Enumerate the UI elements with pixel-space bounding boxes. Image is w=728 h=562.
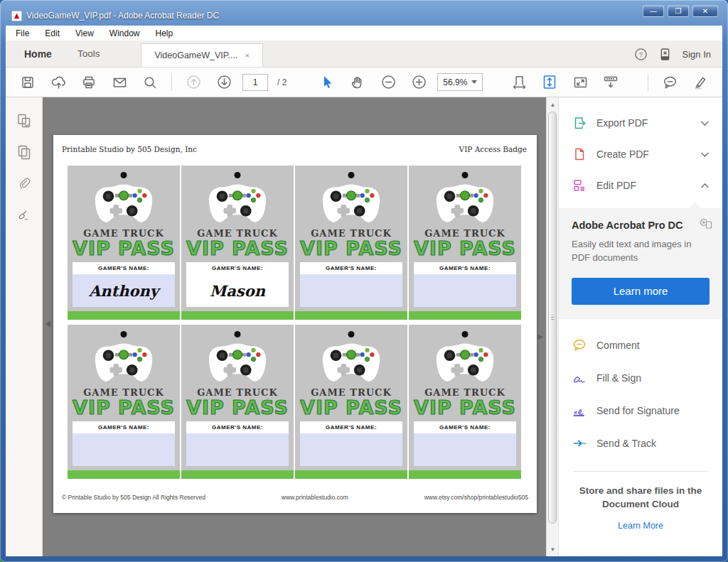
comment-icon (572, 337, 587, 353)
page-number-input[interactable]: 1 (242, 74, 268, 91)
next-page-arrow[interactable]: ▶ (537, 332, 543, 341)
game-controller-icon (320, 340, 382, 384)
pdf-footer-copyright: © Printable Studio by 505 Design All Rig… (62, 494, 205, 501)
sign-in-button[interactable]: Sign In (682, 49, 711, 60)
comment-tool-button[interactable] (658, 72, 682, 93)
attachments-paperclip-icon[interactable] (15, 174, 33, 193)
gamer-name-field[interactable] (300, 433, 402, 466)
tool-label: Fill & Sign (596, 372, 710, 384)
next-page-button[interactable] (212, 72, 236, 93)
scroll-down-arrow[interactable]: ▼ (547, 544, 558, 555)
create-pdf-icon (572, 146, 587, 162)
left-panel-rail (6, 97, 43, 556)
highlighter-tool-button[interactable] (688, 72, 712, 93)
save-button[interactable] (16, 72, 40, 93)
badge-name-label: GAMER'S NAME: (186, 262, 289, 274)
tab-tools[interactable]: Tools (65, 40, 113, 67)
help-icon[interactable]: ? (634, 48, 648, 61)
gamer-name-field[interactable] (300, 274, 402, 307)
fill-sign-icon (572, 370, 587, 386)
title-bar: VideoGameW_VIP.pdf - Adobe Acrobat Reade… (0, 0, 728, 26)
game-controller-icon (434, 181, 496, 225)
badge-subtitle: VIP PASS (409, 396, 521, 418)
tool-create-pdf[interactable]: Create PDF (559, 139, 722, 170)
pdf-footer-etsy: www.etsy.com/shop/printablestudio505 (424, 494, 528, 501)
tool-comment[interactable]: Comment (559, 329, 722, 362)
vip-badge: GAME TRUCK VIP PASS GAMER'S NAME: Anthon… (68, 166, 180, 320)
badge-hole-dot (348, 172, 355, 178)
menu-window[interactable]: Window (109, 28, 140, 38)
menu-view[interactable]: View (75, 28, 94, 38)
tab-close-icon[interactable]: × (245, 51, 249, 60)
minimize-button[interactable]: — (643, 5, 664, 17)
zoom-in-button[interactable] (407, 72, 431, 93)
zoom-out-button[interactable] (376, 72, 400, 93)
tool-send-for-signature[interactable]: Send for Signature (559, 394, 722, 427)
game-controller-icon (434, 340, 496, 384)
gamer-name-field[interactable] (186, 433, 289, 466)
close-button[interactable]: ✕ (692, 5, 718, 17)
gamer-name-field[interactable] (73, 433, 175, 466)
signatures-pen-icon[interactable] (15, 205, 33, 224)
search-icon[interactable] (138, 72, 162, 93)
learn-more-button[interactable]: Learn more (572, 278, 710, 305)
gamer-name-field[interactable]: Anthony (73, 274, 175, 307)
email-button[interactable] (107, 72, 132, 93)
menu-edit[interactable]: Edit (45, 28, 60, 38)
share-upload-button[interactable] (46, 72, 70, 93)
page-thumbnails-icon[interactable] (15, 112, 33, 130)
window-title: VideoGameW_VIP.pdf - Adobe Acrobat Reade… (26, 11, 219, 21)
vip-badge: GAME TRUCK VIP PASS GAMER'S NAME: Mason (181, 166, 294, 320)
badge-name-box: GAMER'S NAME: (300, 421, 402, 466)
menu-help[interactable]: Help (156, 28, 173, 38)
tool-label: Comment (596, 340, 710, 351)
full-screen-button[interactable] (568, 72, 592, 93)
export-pdf-icon (572, 115, 587, 131)
game-controller-icon (92, 340, 155, 384)
badge-hole-dot (235, 331, 241, 337)
tab-document[interactable]: VideoGameW_VIP.... × (141, 43, 262, 67)
send-track-icon (572, 436, 587, 451)
tab-bar: Home Tools VideoGameW_VIP.... × ? Sign I… (6, 41, 722, 67)
pdf-footer-website: www.printablestudio.com (282, 494, 348, 501)
badge-name-box: GAMER'S NAME: (414, 421, 516, 466)
badge-name-label: GAMER'S NAME: (414, 421, 516, 433)
gamer-name-field[interactable] (414, 433, 516, 466)
pdf-header-right: VIP Access Badge (459, 145, 527, 153)
dock-toolbar-button[interactable] (599, 72, 623, 93)
badge-name-label: GAMER'S NAME: (73, 421, 175, 433)
badge-green-bar (181, 470, 294, 479)
tool-fill-sign[interactable]: Fill & Sign (559, 362, 722, 394)
hand-tool-button[interactable] (346, 72, 370, 93)
document-cloud-learn-more-link[interactable]: Learn More (618, 521, 663, 531)
vertical-scrollbar[interactable]: ▲ ▼ (546, 97, 558, 556)
scroll-up-arrow[interactable]: ▲ (547, 99, 558, 110)
badge-name-label: GAMER'S NAME: (73, 262, 175, 274)
badge-green-bar (181, 311, 294, 320)
tab-home[interactable]: Home (6, 40, 65, 67)
tool-send-track[interactable]: Send & Track (559, 427, 722, 460)
badge-hole-dot (462, 172, 469, 178)
menu-file[interactable]: File (16, 28, 29, 38)
select-tool-button[interactable] (315, 72, 339, 93)
mobile-device-icon[interactable] (659, 48, 671, 62)
zoom-level-dropdown[interactable]: 56.9% (437, 73, 483, 91)
tool-label: Create PDF (596, 148, 691, 160)
tool-label: Send & Track (596, 438, 710, 449)
fit-page-button[interactable] (537, 72, 562, 93)
tool-export-pdf[interactable]: Export PDF (559, 107, 722, 139)
bookmarks-pages-icon[interactable] (15, 143, 33, 161)
maximize-button[interactable]: ❐ (668, 5, 689, 17)
game-controller-icon (92, 181, 155, 225)
badge-subtitle: VIP PASS (295, 396, 407, 418)
print-button[interactable] (77, 72, 101, 93)
fit-width-button[interactable] (507, 72, 531, 93)
gamer-name-field[interactable]: Mason (186, 274, 289, 307)
gamer-name-field[interactable] (414, 274, 516, 307)
tool-edit-pdf[interactable]: Edit PDF (559, 170, 722, 201)
previous-page-arrow[interactable]: ◀ (45, 319, 50, 328)
vip-badge: GAME TRUCK VIP PASS GAMER'S NAME: (295, 166, 407, 320)
promo-title: Adobe Acrobat Pro DC (572, 220, 710, 231)
scrollbar-thumb[interactable] (548, 112, 557, 524)
previous-page-button[interactable] (181, 72, 205, 93)
